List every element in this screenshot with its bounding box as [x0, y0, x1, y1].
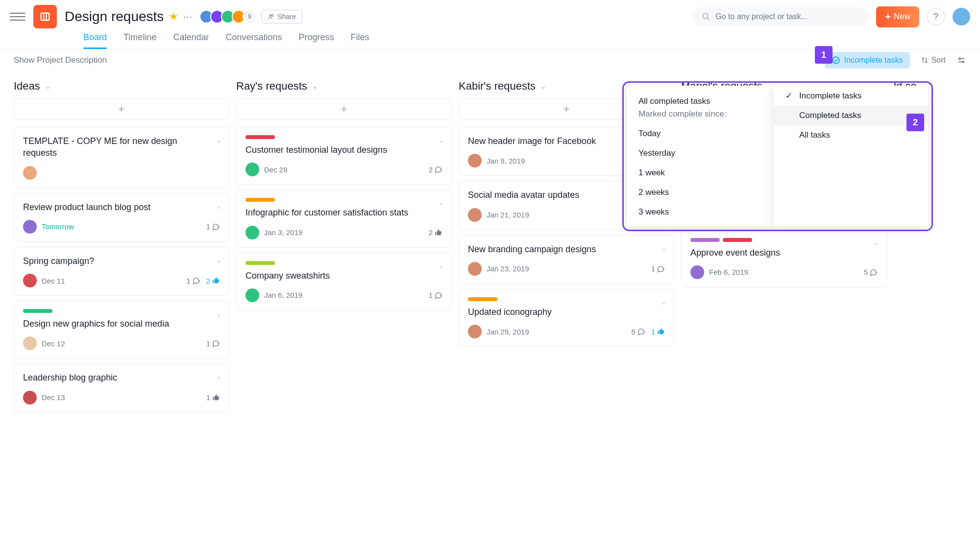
tab-timeline[interactable]: Timeline: [123, 32, 156, 49]
assignee-avatar[interactable]: [468, 154, 482, 167]
help-button[interactable]: ?: [927, 8, 945, 25]
chevron-down-icon: ⌄: [45, 82, 51, 90]
user-avatar[interactable]: [953, 8, 970, 25]
card-title: Customer testimonial layout designs: [245, 144, 442, 156]
assignee-avatar[interactable]: [23, 391, 37, 404]
comment-count[interactable]: 2: [429, 166, 442, 174]
tab-board[interactable]: Board: [83, 32, 107, 49]
chevron-down-icon[interactable]: ⌄: [216, 255, 222, 264]
comment-count[interactable]: 1: [186, 277, 200, 285]
menu-hamburger[interactable]: [10, 9, 25, 24]
comment-count[interactable]: 5: [864, 268, 878, 276]
dd-item-3-weeks[interactable]: 3 weeks: [627, 202, 774, 222]
comment-count[interactable]: 1: [429, 291, 442, 299]
plus-icon: +: [885, 11, 891, 23]
chevron-down-icon[interactable]: ⌄: [438, 135, 444, 144]
add-card-button[interactable]: +: [14, 98, 229, 120]
column-title: Kabir's requests: [459, 80, 536, 93]
comment-count[interactable]: 5: [631, 328, 645, 336]
chevron-down-icon[interactable]: ⌄: [216, 372, 222, 381]
due-date: Dec 13: [42, 393, 65, 402]
member-avatars[interactable]: 9: [202, 10, 256, 24]
due-date: Feb 6, 2019: [709, 268, 748, 276]
dd-item-incomplete-tasks[interactable]: ✓Incomplete tasks: [774, 86, 929, 106]
dd-item-yesterday[interactable]: Yesterday: [627, 143, 774, 163]
like-count[interactable]: 1: [651, 328, 665, 336]
assignee-avatar[interactable]: [468, 262, 482, 276]
task-card[interactable]: Design new graphics for social media⌄Dec…: [14, 301, 229, 358]
chevron-down-icon[interactable]: ⌄: [661, 243, 667, 253]
column-header[interactable]: Ideas ⌄: [14, 77, 229, 98]
task-card[interactable]: Customer testimonial layout designs⌄Dec …: [236, 127, 452, 185]
chevron-down-icon[interactable]: ⌄: [661, 297, 667, 307]
tab-progress[interactable]: Progress: [299, 32, 334, 49]
assignee-avatar[interactable]: [245, 288, 259, 302]
dd-item-completed-tasks[interactable]: Completed tasks: [774, 106, 929, 125]
show-description-link[interactable]: Show Project Description: [14, 55, 107, 65]
sort-control[interactable]: Sort: [921, 56, 946, 65]
assignee-avatar[interactable]: [245, 163, 259, 176]
due-date: Dec 12: [42, 339, 65, 348]
assignee-avatar[interactable]: [468, 208, 482, 222]
card-title: Company sweatshirts: [245, 270, 442, 282]
assignee-avatar[interactable]: [23, 220, 37, 234]
task-card[interactable]: Approve event designs⌄Feb 6, 20195: [681, 230, 887, 287]
task-card[interactable]: Updated iconography⌄Jan 29, 20195 1: [459, 289, 674, 347]
add-card-button[interactable]: +: [236, 98, 452, 120]
column-header[interactable]: Ray's requests ⌄: [236, 77, 452, 98]
project-icon: [33, 5, 57, 28]
tab-files[interactable]: Files: [351, 32, 369, 49]
like-count[interactable]: 2: [429, 228, 442, 237]
due-date: Tomorrow: [42, 222, 74, 231]
tab-calendar[interactable]: Calendar: [173, 32, 209, 49]
task-card[interactable]: Leadership blog graphic⌄Dec 131: [14, 363, 229, 412]
settings-sliders-icon[interactable]: [956, 55, 966, 65]
assignee-avatar[interactable]: [245, 226, 259, 239]
task-card[interactable]: New branding campaign designs⌄Jan 23, 20…: [459, 235, 674, 284]
task-card[interactable]: Spring campaign?⌄Dec 111 2: [14, 247, 229, 296]
avatar-overflow[interactable]: 9: [243, 10, 256, 24]
svg-point-10: [959, 58, 960, 59]
dd-item-all-tasks[interactable]: All tasks: [774, 125, 929, 145]
assignee-avatar[interactable]: [23, 166, 37, 180]
chevron-down-icon[interactable]: ⌄: [216, 135, 222, 144]
dd-item-today[interactable]: Today: [627, 124, 774, 143]
svg-line-6: [708, 18, 710, 20]
task-card[interactable]: TEMPLATE - COPY ME for new design reques…: [14, 127, 229, 188]
comment-count[interactable]: 1: [206, 222, 220, 231]
svg-rect-0: [41, 13, 49, 21]
like-count[interactable]: 1: [206, 393, 220, 402]
tag-pill: [245, 135, 275, 139]
card-title: Approve event designs: [690, 247, 878, 259]
check-circle-icon: [832, 56, 840, 65]
new-button[interactable]: + New: [876, 6, 919, 27]
chevron-down-icon[interactable]: ⌄: [438, 198, 444, 207]
dd-heading-all-completed[interactable]: All completed tasks: [627, 95, 774, 109]
task-card[interactable]: Review product launch blog post⌄Tomorrow…: [14, 193, 229, 242]
share-button[interactable]: Share: [261, 10, 302, 24]
star-icon[interactable]: ★: [169, 10, 178, 23]
dd-subheading: Marked complete since:: [627, 109, 774, 124]
more-menu-icon[interactable]: ⋯: [183, 11, 193, 22]
tab-conversations[interactable]: Conversations: [225, 32, 282, 49]
search-input[interactable]: Go to any project or task...: [692, 7, 868, 26]
due-date: Jan 9, 2019: [487, 157, 525, 165]
comment-count[interactable]: 1: [206, 339, 220, 348]
like-count[interactable]: 2: [206, 277, 220, 285]
dd-item-2-weeks[interactable]: 2 weeks: [627, 183, 774, 202]
assignee-avatar[interactable]: [468, 325, 482, 338]
assignee-avatar[interactable]: [23, 336, 37, 350]
task-card[interactable]: Infographic for customer satisfaction st…: [236, 190, 452, 247]
assignee-avatar[interactable]: [23, 274, 37, 287]
comment-count[interactable]: 1: [651, 264, 665, 273]
chevron-down-icon[interactable]: ⌄: [438, 261, 444, 270]
due-date: Jan 29, 2019: [487, 328, 529, 336]
task-card[interactable]: Company sweatshirts⌄Jan 6, 20191: [236, 253, 452, 310]
filter-pill-incomplete[interactable]: Incomplete tasks: [825, 52, 910, 69]
assignee-avatar[interactable]: [690, 265, 704, 279]
dd-item-1-week[interactable]: 1 week: [627, 163, 774, 183]
chevron-down-icon[interactable]: ⌄: [873, 238, 880, 247]
chevron-down-icon[interactable]: ⌄: [216, 309, 222, 318]
chevron-down-icon[interactable]: ⌄: [216, 201, 222, 211]
tag-pill: [23, 309, 52, 313]
